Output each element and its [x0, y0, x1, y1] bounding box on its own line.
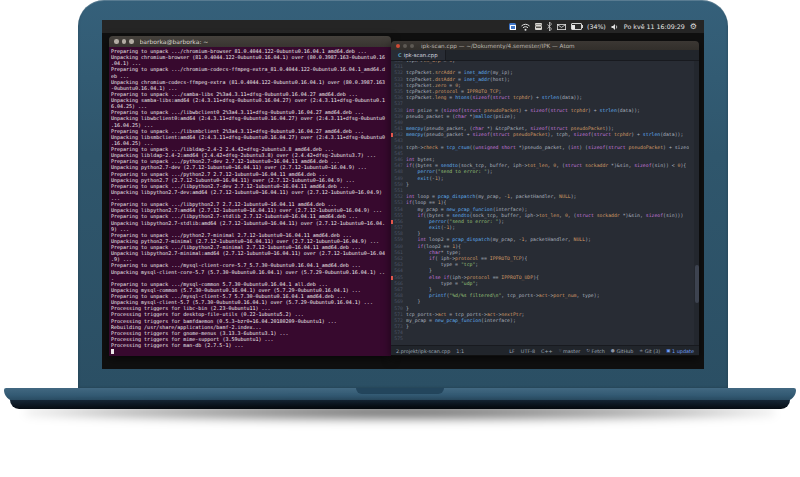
terminal-output[interactable]: Preparing to unpack .../chromium-browser…	[109, 47, 391, 356]
terminal-line: Unpacking libpython2.7-minimal:amd64 (2.…	[111, 250, 389, 256]
terminal-line: Unpacking python2.7 (2.7.12-1ubuntu0~16.…	[111, 177, 389, 183]
terminal-line: Unpacking libpython2.7-stdlib:amd64 (2.7…	[111, 220, 389, 226]
atom-close-button[interactable]	[396, 44, 400, 48]
status-item-github[interactable]: ●GitHub	[611, 348, 633, 354]
status-item-label: master	[563, 348, 580, 354]
session-gear-icon[interactable]: ⚙	[690, 20, 697, 33]
git-diff-icon: ±	[639, 348, 643, 353]
status-item-git-3-[interactable]: ±Git (3)	[639, 348, 660, 354]
atom-minimize-button[interactable]	[403, 44, 407, 48]
laptop-mockup: (34%) Po kvě 11 16:09:29 ⚙ barborka@barb…	[0, 0, 800, 477]
terminal-cursor	[111, 349, 114, 354]
terminal-line: Unpacking libpython2.7-dev:amd64 (2.7.12…	[111, 189, 389, 195]
atom-tab-bar: C ipk-scan.cpp	[391, 50, 699, 61]
terminal-line: Unpacking python2.7-dev (2.7.12-1ubuntu0…	[111, 164, 389, 170]
github-icon: ●	[611, 348, 615, 353]
terminal-line: Preparing to unpack .../python2.7-minima…	[111, 232, 389, 238]
editor-scrollbar-thumb[interactable]	[695, 265, 699, 303]
keyboard-layout-icon[interactable]	[535, 23, 542, 30]
terminal-titlebar[interactable]: barborka@barborka: ~	[109, 36, 391, 47]
status-item-label: 1 update	[672, 348, 694, 354]
clock-label[interactable]: Po kvě 11 16:09:29	[624, 20, 685, 33]
mail-icon[interactable]	[557, 24, 566, 30]
terminal-close-button[interactable]	[114, 39, 119, 44]
terminal-window: barborka@barborka: ~ Preparing to unpack…	[109, 36, 391, 356]
bluetooth-icon[interactable]	[547, 22, 552, 31]
terminal-line: Preparing to unpack .../chromium-codecs-…	[111, 66, 389, 72]
terminal-maximize-button[interactable]	[129, 39, 134, 44]
terminal-line: Unpacking chromium-codecs-ffmpeg-extra (…	[111, 79, 389, 85]
status-item-label: Git (3)	[645, 348, 661, 354]
terminal-prompt-line	[111, 348, 389, 354]
terminal-line: Unpacking mysql-client-core-5.7 (5.7.30-…	[111, 269, 389, 275]
cpp-file-icon: C	[398, 52, 402, 58]
status-item-c-[interactable]: C++	[541, 348, 553, 354]
laptop-lid: (34%) Po kvě 11 16:09:29 ⚙ barborka@barb…	[78, 0, 728, 390]
terminal-line: Preparing to unpack .../libpython2.7-dev…	[111, 183, 389, 189]
status-item-label: Fetch	[592, 348, 605, 354]
sync-icon: ↻	[586, 348, 590, 353]
terminal-line: Unpacking libwbclient0:amd64 (2:4.3.11+d…	[111, 115, 389, 121]
atom-maximize-button[interactable]	[410, 44, 414, 48]
laptop-shadow	[26, 403, 774, 421]
terminal-line: Unpacking samba-libs:amd64 (2:4.3.11+dfs…	[111, 97, 389, 103]
laptop-screen: (34%) Po kvě 11 16:09:29 ⚙ barborka@barb…	[102, 20, 704, 369]
line-number: 575	[391, 336, 406, 342]
status-cursor-position[interactable]: 1:1	[456, 348, 464, 354]
status-item-fetch[interactable]: ↻Fetch	[586, 348, 605, 354]
tab-label: ipk-scan.cpp	[404, 52, 438, 58]
code-editor[interactable]: 530tcph->th_urp = 0;531532tcpPacket.srcA…	[391, 61, 699, 345]
package-icon: ▣	[666, 348, 670, 353]
atom-window: ipk-scan.cpp — ~/Dokumenty/4.semester/IP…	[391, 41, 699, 356]
terminal-line: Preparing to unpack .../mysql-client-cor…	[111, 262, 389, 268]
git-branch-icon: ⑂	[559, 348, 562, 353]
wifi-icon[interactable]	[521, 23, 530, 31]
status-item-lf[interactable]: LF	[509, 348, 515, 354]
terminal-line: Preparing to unpack .../libpython2.7-std…	[111, 213, 389, 219]
atom-status-bar: 2.projekt/ipk-scan.cpp 1:1 LFUTF-8C++⑂ma…	[391, 345, 699, 355]
editor-scrollbar[interactable]	[694, 61, 699, 345]
volume-icon[interactable]	[611, 23, 619, 31]
atom-title: ipk-scan.cpp — ~/Dokumenty/4.semester/IP…	[421, 43, 575, 49]
input-method-icon[interactable]	[509, 23, 516, 30]
terminal-title: barborka@barborka: ~	[140, 38, 209, 45]
laptop-base-notch	[356, 388, 444, 394]
status-item-label: UTF-8	[521, 348, 535, 354]
terminal-line: Unpacking chromium-browser (81.0.4044.12…	[111, 54, 389, 60]
code-line: 575	[391, 336, 699, 342]
status-file-path[interactable]: 2.projekt/ipk-scan.cpp	[396, 348, 450, 354]
status-item-utf-8[interactable]: UTF-8	[521, 348, 535, 354]
terminal-line: Unpacking libsmbclient:amd64 (2:4.3.11+d…	[111, 134, 389, 140]
status-item-label: C++	[541, 348, 553, 354]
terminal-minimize-button[interactable]	[122, 39, 127, 44]
tab-ipk-scan[interactable]: C ipk-scan.cpp	[391, 50, 446, 60]
battery-percent-label: (34%)	[587, 20, 606, 33]
system-top-bar: (34%) Po kvě 11 16:09:29 ⚙	[102, 20, 704, 33]
terminal-line: Preparing to unpack .../libsmbclient_2%3…	[111, 128, 389, 134]
status-item-label: LF	[509, 348, 515, 354]
status-item-master[interactable]: ⑂master	[559, 348, 581, 354]
status-item-label: GitHub	[616, 348, 633, 354]
status-item-1-update[interactable]: ▣1 update	[666, 348, 694, 354]
battery-icon[interactable]	[571, 23, 582, 30]
atom-titlebar[interactable]: ipk-scan.cpp — ~/Dokumenty/4.semester/IP…	[391, 41, 699, 50]
